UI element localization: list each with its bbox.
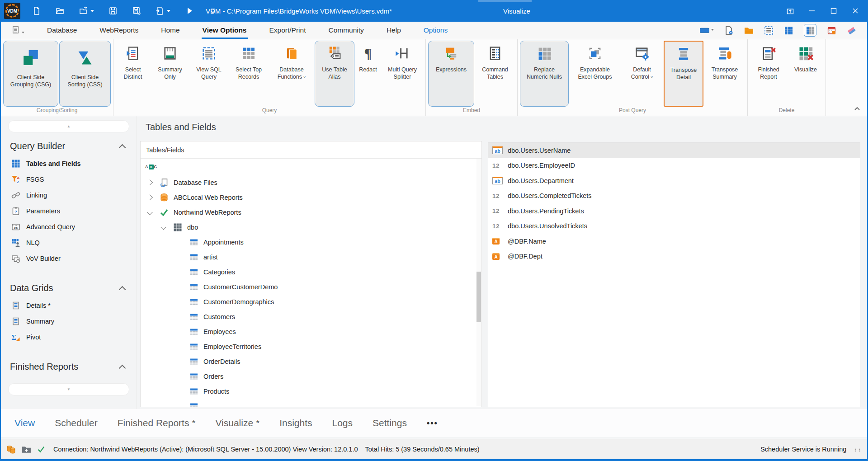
- bottom-tab-visualize[interactable]: Visualize *: [215, 418, 259, 428]
- transpose-detail-button[interactable]: Transpose Detail: [664, 41, 703, 107]
- open-file-button[interactable]: [56, 6, 65, 15]
- expander-expanded-icon[interactable]: [147, 209, 153, 215]
- collapse-ribbon-button[interactable]: [854, 106, 861, 111]
- tree-node-table[interactable]: Customers: [141, 309, 481, 324]
- sidebar-item-pivot[interactable]: Pivot: [1, 329, 137, 345]
- close-button[interactable]: [844, 0, 866, 22]
- tab-community[interactable]: Community: [327, 22, 364, 39]
- bottom-tab-view[interactable]: View: [14, 418, 35, 428]
- sidebar-scroll-up-button[interactable]: ▲: [8, 120, 129, 132]
- field-row[interactable]: A @DBF.Dept: [488, 249, 860, 264]
- tree-node-table[interactable]: Employees: [141, 324, 481, 339]
- field-row[interactable]: 12 dbo.Users.EmployeeID: [488, 158, 860, 174]
- tree-node-abclocal-web-reports[interactable]: ABCLocal Web Reports: [141, 190, 481, 205]
- field-row[interactable]: 12 dbo.Users.UnsolvedTickets: [488, 219, 860, 234]
- expander-collapsed-icon[interactable]: [147, 179, 153, 185]
- bottom-tab-more[interactable]: •••: [427, 419, 438, 428]
- document-gear-icon[interactable]: [724, 26, 734, 35]
- tab-database[interactable]: Database: [46, 22, 78, 39]
- tree-node-table[interactable]: Products: [141, 384, 481, 399]
- tree-node-table[interactable]: CustomerDemographics: [141, 294, 481, 309]
- select-distinct-button[interactable]: Select Distinct: [116, 41, 150, 107]
- dashed-select-list-icon[interactable]: [764, 26, 774, 35]
- tree-node-northwind-webreports[interactable]: Northwind WebReports: [141, 205, 481, 220]
- save-all-button[interactable]: [132, 6, 141, 15]
- open-file-dropdown-button[interactable]: [79, 6, 94, 15]
- bottom-tab-logs[interactable]: Logs: [332, 418, 353, 428]
- tree-scrollbar-thumb[interactable]: [476, 272, 481, 322]
- bottom-tab-finished-reports[interactable]: Finished Reports *: [118, 418, 196, 428]
- field-row[interactable]: 12 dbo.Users.CompletedTickets: [488, 188, 860, 204]
- run-button[interactable]: [185, 6, 194, 15]
- sidebar-item-fsgs[interactable]: FSGS: [1, 171, 137, 187]
- field-row[interactable]: ab dbo.Users.Department: [488, 173, 860, 188]
- tree-node-table-partial[interactable]: [141, 399, 481, 407]
- expressions-button[interactable]: Expressions: [428, 41, 474, 107]
- tab-webreports[interactable]: WebReports: [99, 22, 139, 39]
- tab-view-options[interactable]: View Options: [202, 22, 248, 39]
- color-swatch-dropdown-button[interactable]: [700, 26, 714, 35]
- sidebar-item-vov-builder[interactable]: VoV Builder: [1, 250, 137, 266]
- tree-node-database-files[interactable]: Database Files: [141, 175, 481, 190]
- sidebar-scroll-down-button[interactable]: ▼: [8, 383, 129, 395]
- sidebar-item-advanced-query[interactable]: Advanced Query: [1, 219, 137, 235]
- client-side-sorting-button[interactable]: Client Side Sorting (CSS): [59, 41, 111, 107]
- database-functions-button[interactable]: Database Functions˅: [269, 41, 314, 107]
- tree-node-table[interactable]: artist: [141, 249, 481, 264]
- tree-node-table[interactable]: CustomerCustomerDemo: [141, 279, 481, 294]
- field-row[interactable]: A @DBF.Name: [488, 234, 860, 249]
- tree-column-header[interactable]: Tables/Fields: [141, 141, 481, 159]
- expander-collapsed-icon[interactable]: [147, 194, 153, 200]
- sidebar-item-nlq[interactable]: NLQ: [1, 235, 137, 250]
- new-file-button[interactable]: [32, 6, 41, 15]
- tree-node-table[interactable]: Orders: [141, 369, 481, 384]
- tree-node-table[interactable]: OrderDetails: [141, 354, 481, 369]
- select-top-records-button[interactable]: Select Top Records: [229, 41, 269, 107]
- grid-view-icon[interactable]: [784, 26, 793, 35]
- abc-filter-row[interactable]: ABC: [141, 159, 481, 175]
- finished-report-delete-button[interactable]: Finished Report: [750, 41, 787, 107]
- field-row[interactable]: 12 dbo.Users.PendingTickets: [488, 203, 860, 219]
- replace-numeric-nulls-button[interactable]: Replace Numeric Nulls: [520, 41, 569, 107]
- sidebar-item-details[interactable]: Details *: [1, 297, 137, 313]
- use-table-alias-button[interactable]: Use Table Alias: [315, 41, 354, 107]
- bottom-tab-insights[interactable]: Insights: [279, 418, 312, 428]
- resize-grip[interactable]: ::: [854, 446, 862, 453]
- client-side-grouping-button[interactable]: Client Side Grouping (CSG): [3, 41, 58, 107]
- expandable-excel-groups-button[interactable]: Expandable Excel Groups: [570, 41, 620, 107]
- maximize-button[interactable]: [823, 0, 844, 22]
- view-sql-query-button[interactable]: View SQL Query: [190, 41, 228, 107]
- visualize-floating-tab[interactable]: Visualize: [503, 0, 530, 22]
- tree-scrollbar[interactable]: [476, 159, 481, 406]
- bottom-tab-scheduler[interactable]: Scheduler: [55, 418, 98, 428]
- command-tables-button[interactable]: Command Tables: [475, 41, 515, 107]
- sidebar-item-parameters[interactable]: Parameters: [1, 203, 137, 219]
- section-finished-reports[interactable]: Finished Reports: [1, 355, 137, 376]
- bottom-tab-settings[interactable]: Settings: [373, 418, 407, 428]
- tree-node-table[interactable]: Appointments: [141, 235, 481, 249]
- expander-expanded-icon[interactable]: [160, 224, 166, 230]
- tree-node-table[interactable]: EmployeeTerritories: [141, 339, 481, 354]
- eraser-icon[interactable]: [847, 26, 856, 35]
- tree-node-dbo[interactable]: dbo: [141, 220, 481, 235]
- section-data-grids[interactable]: Data Grids: [1, 276, 137, 297]
- default-control-button[interactable]: Default Control˅: [621, 41, 663, 107]
- calendar-icon[interactable]: [827, 26, 836, 35]
- export-view-dropdown-button[interactable]: [156, 6, 170, 15]
- sidebar-item-tables-and-fields[interactable]: Tables and Fields: [1, 155, 137, 171]
- sidebar-item-summary[interactable]: Summary: [1, 313, 137, 329]
- tab-home[interactable]: Home: [160, 22, 180, 39]
- folder-icon[interactable]: [744, 26, 754, 35]
- minimize-button[interactable]: [801, 0, 823, 22]
- summary-only-button[interactable]: Summary Only: [151, 41, 189, 107]
- transpose-summary-button[interactable]: Transpose Summary: [704, 41, 745, 107]
- tab-export-print[interactable]: Export/Print: [269, 22, 307, 39]
- redact-button[interactable]: Redact: [355, 41, 381, 107]
- visualize-delete-button[interactable]: Visualize: [788, 41, 823, 107]
- save-button[interactable]: [108, 6, 118, 15]
- section-query-builder[interactable]: Query Builder: [1, 134, 137, 155]
- multi-query-splitter-button[interactable]: Multi Query Splitter: [382, 41, 423, 107]
- menu-launcher-button[interactable]: [12, 25, 24, 35]
- tab-help[interactable]: Help: [386, 22, 402, 39]
- field-row[interactable]: ab dbo.Users.UserName: [488, 143, 860, 158]
